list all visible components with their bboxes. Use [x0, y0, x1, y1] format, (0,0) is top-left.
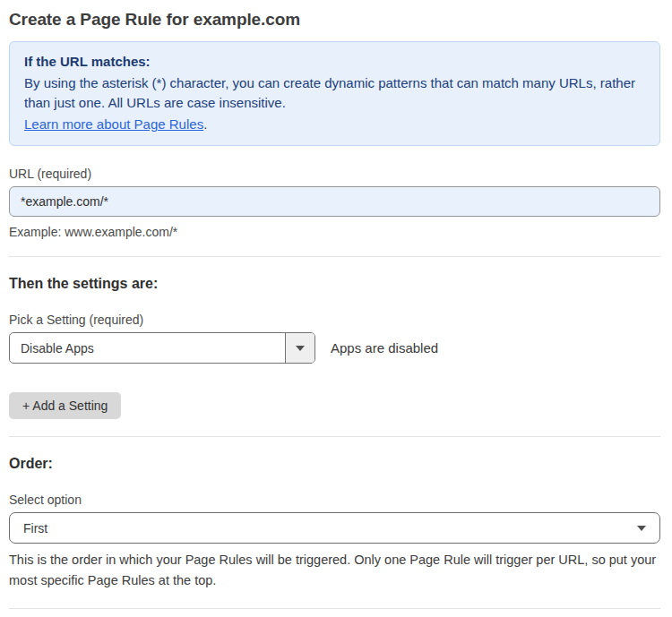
order-section-heading: Order: — [9, 456, 660, 472]
url-field-label: URL (required) — [9, 167, 660, 181]
setting-row: Disable Apps Apps are disabled — [9, 332, 660, 364]
url-input[interactable] — [9, 186, 660, 217]
order-select[interactable]: First — [9, 512, 660, 544]
settings-section-heading: Then the settings are: — [9, 276, 660, 292]
info-box-body: By using the asterisk (*) character, you… — [24, 73, 645, 113]
setting-select-value: Disable Apps — [10, 333, 285, 363]
url-field-helper: Example: www.example.com/* — [9, 225, 660, 239]
order-field-label: Select option — [9, 493, 660, 507]
setting-select-arrow-button[interactable] — [285, 333, 314, 363]
section-divider — [9, 256, 660, 257]
order-helper-text: This is the order in which your Page Rul… — [9, 550, 660, 591]
setting-select[interactable]: Disable Apps — [9, 332, 315, 364]
triangle-down-icon — [296, 346, 305, 351]
order-select-value: First — [23, 521, 47, 536]
section-divider — [9, 436, 660, 437]
setting-status-text: Apps are disabled — [331, 340, 438, 356]
url-match-info-box: If the URL matches: By using the asteris… — [9, 41, 660, 146]
page-rule-form: Create a Page Rule for example.com If th… — [0, 0, 672, 617]
setting-field-label: Pick a Setting (required) — [9, 313, 660, 327]
triangle-down-icon — [637, 526, 646, 531]
info-box-heading: If the URL matches: — [24, 52, 645, 72]
page-title: Create a Page Rule for example.com — [9, 10, 660, 30]
link-suffix: . — [203, 116, 207, 132]
info-box-link-line: Learn more about Page Rules. — [24, 115, 645, 134]
add-setting-button[interactable]: + Add a Setting — [9, 392, 121, 419]
learn-more-link[interactable]: Learn more about Page Rules — [24, 116, 203, 132]
footer-divider — [9, 608, 660, 609]
